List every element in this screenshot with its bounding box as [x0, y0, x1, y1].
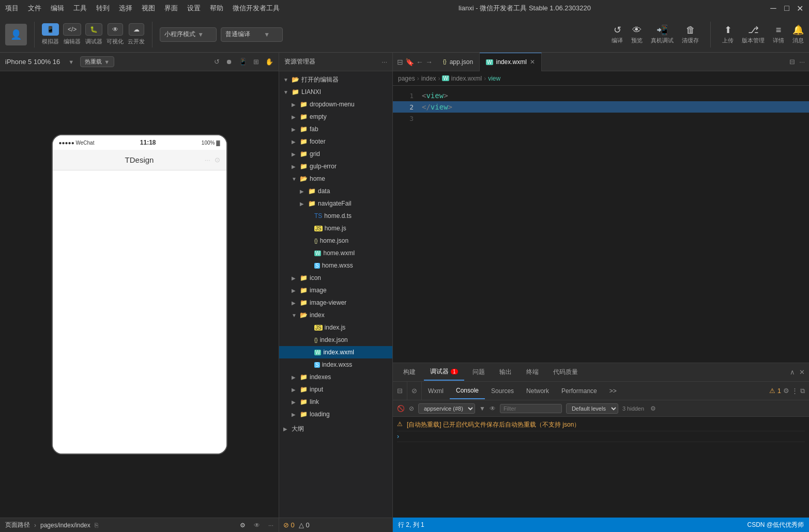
console-tab-sources[interactable]: Sources [485, 383, 520, 399]
window-controls[interactable]: ─ □ ✕ [770, 5, 804, 12]
eye-toggle-icon[interactable]: 👁 [490, 405, 496, 412]
console-tab-console[interactable]: Console [450, 383, 485, 399]
tree-folder-home[interactable]: ▼ 📂 home [279, 173, 392, 185]
tree-file-index-json[interactable]: {} index.json [279, 334, 392, 346]
tree-file-index-wxss[interactable]: S index.wxss [279, 358, 392, 371]
detail-group[interactable]: ≡ 详情 [773, 25, 784, 44]
outline-section[interactable]: ▶ 大纲 [279, 423, 392, 435]
tree-file-home-wxml[interactable]: W home.wxml [279, 247, 392, 259]
tree-file-index-js[interactable]: JS index.js [279, 321, 392, 334]
tree-folder-footer[interactable]: ▶ 📁 footer [279, 135, 392, 148]
console-tab-performance[interactable]: Performance [555, 383, 603, 399]
tab-close-icon[interactable]: ✕ [530, 58, 535, 66]
refresh-icon[interactable]: ↺ [214, 58, 220, 66]
msg-group[interactable]: 🔔 消息 [792, 24, 804, 44]
upload-group[interactable]: ⬆ 上传 [722, 24, 734, 44]
tree-file-index-wxml[interactable]: W index.wxml [279, 346, 392, 358]
editor-area[interactable]: 1 <view> 2 </view> 3 [393, 86, 809, 363]
devtools-tab-debugger[interactable]: 调试器 1 [424, 364, 464, 381]
close-button[interactable]: ✕ [797, 5, 804, 12]
tree-file-home-wxss[interactable]: S home.wxss [279, 259, 392, 272]
console-detach-icon[interactable]: ⧉ [800, 387, 805, 395]
tree-folder-index[interactable]: ▼ 📂 index [279, 309, 392, 321]
tree-folder-grid[interactable]: ▶ 📁 grid [279, 148, 392, 160]
default-levels-select[interactable]: Default levels [566, 403, 618, 414]
devtools-tab-output[interactable]: 输出 [493, 364, 518, 381]
bookmark-icon[interactable]: 🔖 [405, 58, 414, 66]
phone-home-icon[interactable]: ⊙ [215, 156, 220, 164]
menu-bar[interactable]: 项目 文件 编辑 工具 转到 选择 视图 界面 设置 帮助 微信开发者工具 [5, 4, 280, 13]
tree-folder-indexes[interactable]: ▶ 📁 indexes [279, 371, 392, 383]
tree-folder-image[interactable]: ▶ 📁 image [279, 284, 392, 296]
menu-settings[interactable]: 设置 [187, 4, 201, 13]
console-more-icon[interactable]: ⋮ [791, 387, 798, 395]
console-tab-more[interactable]: >> [603, 383, 623, 399]
more-options-icon[interactable]: ··· [799, 58, 805, 66]
context-select[interactable]: appservice (#8) [418, 403, 475, 414]
opened-editors-section[interactable]: ▼ 📂 打开的编辑器 [279, 73, 392, 86]
mini-program-mode-select[interactable]: 小程序模式 ▼ [160, 27, 217, 42]
menu-help[interactable]: 帮助 [210, 4, 223, 13]
compile-mode-select[interactable]: 普通编译 ▼ [221, 27, 283, 42]
hot-reload-button[interactable]: 热重载 ▼ [80, 56, 114, 67]
tree-folder-input[interactable]: ▶ 📁 input [279, 383, 392, 396]
tree-folder-data[interactable]: ▶ 📁 data [279, 185, 392, 197]
more-icon[interactable]: ··· [268, 522, 273, 529]
version-mgr-group[interactable]: ⎇ 版本管理 [742, 24, 765, 44]
avatar[interactable]: 👤 [5, 24, 27, 45]
tree-folder-image-viewer[interactable]: ▶ 📁 image-viewer [279, 296, 392, 309]
tree-folder-icon[interactable]: ▶ 📁 icon [279, 272, 392, 284]
menu-project[interactable]: 项目 [5, 4, 19, 13]
hand-icon[interactable]: ✋ [265, 58, 273, 66]
console-tab-wxml[interactable]: Wxml [422, 383, 450, 399]
phone-icon[interactable]: 📱 [239, 58, 247, 66]
project-root[interactable]: ▼ 📁 LIANXI [279, 86, 392, 98]
settings-icon[interactable]: ⚙ [240, 522, 246, 529]
devtools-stop-icon-btn[interactable]: ⊘ [407, 382, 422, 400]
tab-index-wxml[interactable]: W index.wxml ✕ [480, 53, 542, 71]
console-prompt-icon[interactable]: › [397, 433, 399, 440]
clear-console-icon[interactable]: 🚫 [397, 405, 405, 412]
preview-group[interactable]: 👁 预览 [631, 25, 643, 44]
real-dev-group[interactable]: 📲 真机调试 [651, 24, 674, 44]
tree-folder-navigatefail[interactable]: ▶ 📁 navigateFail [279, 197, 392, 210]
menu-view[interactable]: 视图 [142, 4, 155, 13]
devtools-tab-code-quality[interactable]: 代码质量 [547, 364, 584, 381]
tree-file-home-json[interactable]: {} home.json [279, 234, 392, 247]
visual-button[interactable]: 👁 [108, 23, 123, 36]
menu-edit[interactable]: 编辑 [51, 4, 64, 13]
split-editor-icon[interactable]: ⊟ [789, 58, 795, 66]
tree-folder-link[interactable]: ▶ 📁 link [279, 396, 392, 408]
compile-group[interactable]: ↺ 编译 [612, 24, 623, 44]
layout-icon[interactable]: ⊟ [397, 58, 403, 66]
phone-menu-icon[interactable]: ··· [205, 156, 210, 164]
devtools-expand-icon[interactable]: ∧ [790, 368, 795, 376]
block-icon[interactable]: ⊘ [409, 405, 414, 412]
tree-folder-empty[interactable]: ▶ 📁 empty [279, 111, 392, 123]
console-tab-network[interactable]: Network [520, 383, 555, 399]
console-settings-gear[interactable]: ⚙ [650, 405, 656, 412]
nav-forward-icon[interactable]: → [425, 58, 433, 66]
menu-tools[interactable]: 工具 [73, 4, 87, 13]
clear-cache-group[interactable]: 🗑 清缓存 [682, 25, 699, 44]
devtools-sidebar-toggle[interactable]: ⊟ [393, 382, 407, 400]
nav-back-icon[interactable]: ← [416, 58, 423, 66]
tree-file-home-js[interactable]: JS home.js [279, 222, 392, 234]
split-icon[interactable]: ⊞ [253, 58, 259, 66]
maximize-button[interactable]: □ [783, 5, 790, 12]
tree-folder-loading[interactable]: ▶ 📁 loading [279, 408, 392, 420]
explorer-more-icon[interactable]: ··· [381, 58, 387, 66]
cloud-button[interactable]: ☁ [129, 23, 144, 36]
tree-folder-fab[interactable]: ▶ 📁 fab [279, 123, 392, 135]
tree-folder-gulp-error[interactable]: ▶ 📁 gulp-error [279, 160, 392, 173]
menu-select[interactable]: 选择 [119, 4, 132, 13]
devtools-tab-terminal[interactable]: 终端 [520, 364, 545, 381]
menu-devtools[interactable]: 微信开发者工具 [233, 4, 280, 13]
menu-interface[interactable]: 界面 [164, 4, 178, 13]
devtools-close-icon[interactable]: ✕ [799, 368, 805, 376]
debugger-button[interactable]: 🐛 [85, 23, 102, 36]
devtools-tab-issues[interactable]: 问题 [466, 364, 491, 381]
menu-goto[interactable]: 转到 [96, 4, 110, 13]
simulator-button[interactable]: 📱 [42, 23, 59, 36]
record-icon[interactable]: ⏺ [226, 58, 233, 66]
